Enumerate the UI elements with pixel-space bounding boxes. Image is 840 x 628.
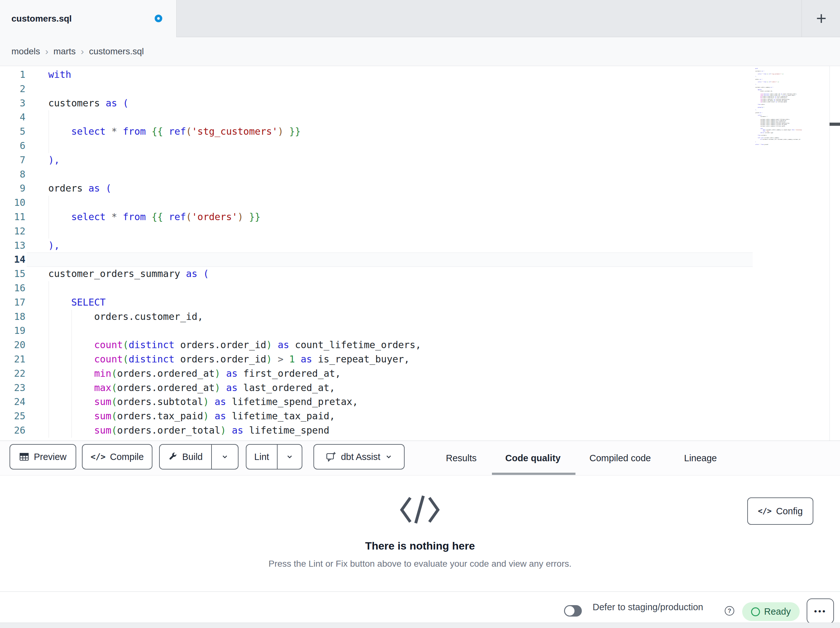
code-line-content: sum(orders.tax_paid) as lifetime_tax_pai… (48, 409, 840, 424)
code-line[interactable]: 22 min(orders.ordered_at) as first_order… (0, 367, 840, 381)
line-number: 16 (0, 281, 25, 296)
breadcrumb-item-models[interactable]: models (11, 46, 40, 57)
code-line[interactable]: 3customers as ( (0, 96, 840, 111)
breadcrumb-item-file[interactable]: customers.sql (89, 46, 144, 57)
line-number: 4 (0, 110, 25, 125)
code-line[interactable]: 24 sum(orders.subtotal) as lifetime_spen… (0, 395, 840, 409)
code-line[interactable]: 9orders as ( (0, 181, 840, 196)
code-icon: </> (90, 452, 106, 462)
compile-button[interactable]: </> Compile (82, 444, 152, 470)
code-line[interactable]: 4 (0, 110, 840, 125)
build-label: Build (182, 452, 203, 462)
empty-state-title: There is nothing here (0, 540, 840, 552)
chevron-down-icon (385, 453, 393, 460)
line-number: 20 (0, 338, 25, 352)
code-quality-panel: There is nothing here Press the Lint or … (0, 476, 840, 592)
status-bar (0, 592, 840, 623)
code-line[interactable]: 25 sum(orders.tax_paid) as lifetime_tax_… (0, 409, 840, 424)
tab-customers-sql[interactable]: customers.sql (0, 0, 177, 37)
code-lines: 1with23customers as (45 select * from {{… (0, 68, 840, 438)
code-line[interactable]: 19 (0, 324, 840, 338)
code-line[interactable]: 23 max(orders.ordered_at) as last_ordere… (0, 381, 840, 395)
code-line[interactable]: 20 count(distinct orders.order_id) as co… (0, 338, 840, 352)
help-icon[interactable]: ? (725, 606, 734, 615)
build-split-button: Build (159, 444, 238, 470)
panel-tab-results[interactable]: Results (446, 441, 477, 475)
line-number: 1 (0, 68, 25, 82)
active-tab-underline (492, 473, 575, 475)
code-line[interactable]: 1with (0, 68, 840, 82)
bottom-strip (0, 623, 840, 628)
code-line-content: ), (48, 153, 840, 168)
code-line-content: orders as ( (48, 181, 840, 196)
line-number: 6 (0, 139, 25, 153)
line-number: 7 (0, 153, 25, 168)
preview-button[interactable]: Preview (9, 444, 76, 470)
tab-bar: customers.sql + (0, 0, 840, 37)
breadcrumb-bar: models › marts › customers.sql (0, 37, 840, 66)
code-line[interactable]: 16 (0, 281, 840, 296)
code-line[interactable]: 2 (0, 82, 840, 96)
code-line[interactable]: 12 (0, 224, 840, 239)
lint-dropdown-button[interactable] (277, 445, 302, 469)
code-line[interactable]: 10 (0, 196, 840, 210)
code-line[interactable]: 13), (0, 239, 840, 253)
unsaved-indicator-icon (155, 14, 162, 22)
panel-tab-lineage[interactable]: Lineage (684, 441, 717, 475)
code-line[interactable]: 6 (0, 139, 840, 153)
table-icon (19, 452, 29, 462)
code-line-content: ), (48, 239, 840, 253)
more-options-button[interactable]: ••• (807, 598, 834, 624)
config-button[interactable]: </> Config (747, 497, 813, 525)
line-number: 15 (0, 267, 25, 281)
ready-circle-icon (751, 607, 760, 616)
code-line-content: max(orders.ordered_at) as last_ordered_a… (48, 381, 840, 395)
code-line[interactable]: 11 select * from {{ ref('orders') }} (0, 210, 840, 224)
line-number: 9 (0, 181, 25, 196)
code-line[interactable]: 15customer_orders_summary as ( (0, 267, 840, 281)
line-number: 14 (0, 253, 25, 267)
breadcrumb-separator: › (81, 46, 84, 57)
code-line[interactable]: 8 (0, 168, 840, 182)
line-number: 23 (0, 381, 25, 395)
code-line[interactable]: 21 count(distinct orders.order_id) > 1 a… (0, 352, 840, 367)
breadcrumb: models › marts › customers.sql (11, 37, 144, 66)
code-line[interactable]: 26 sum(orders.order_total) as lifetime_s… (0, 424, 840, 438)
line-number: 22 (0, 367, 25, 381)
code-editor[interactable]: 1with23customers as (45 select * from {{… (0, 66, 840, 441)
new-tab-button[interactable]: + (812, 8, 830, 28)
line-number: 13 (0, 239, 25, 253)
code-line-content: customers as ( (48, 96, 840, 111)
build-dropdown-button[interactable] (211, 445, 238, 469)
compile-label: Compile (110, 452, 144, 462)
line-number: 10 (0, 196, 25, 210)
code-line[interactable]: 5 select * from {{ ref('stg_customers') … (0, 125, 840, 139)
build-button[interactable]: Build (160, 445, 211, 469)
line-number: 11 (0, 210, 25, 224)
panel-tab-compiled-code[interactable]: Compiled code (589, 441, 651, 475)
line-number: 19 (0, 324, 25, 338)
code-line[interactable]: 17 SELECT (0, 296, 840, 310)
config-label: Config (776, 506, 803, 517)
code-icon: </> (758, 507, 771, 516)
chevron-down-icon (286, 453, 294, 460)
lint-button[interactable]: Lint (246, 445, 277, 469)
lint-split-button: Lint (246, 444, 302, 470)
code-line[interactable]: 7), (0, 153, 840, 168)
line-number: 5 (0, 125, 25, 139)
chevron-down-icon (221, 453, 229, 460)
line-number: 12 (0, 224, 25, 239)
breadcrumb-item-marts[interactable]: marts (53, 46, 76, 57)
defer-toggle[interactable] (564, 605, 582, 617)
code-line-content: sum(orders.subtotal) as lifetime_spend_p… (48, 395, 840, 409)
empty-state-message: Press the Lint or Fix button above to ev… (0, 559, 840, 569)
status-badge[interactable]: Ready (742, 602, 800, 621)
line-number: 18 (0, 310, 25, 324)
breadcrumb-separator: › (45, 46, 48, 57)
dbt-assist-button[interactable]: dbt Assist (313, 444, 404, 470)
panel-tab-code-quality[interactable]: Code quality (505, 441, 561, 475)
code-line-content: customer_orders_summary as ( (48, 267, 840, 281)
code-line[interactable]: 18 orders.customer_id, (0, 310, 840, 324)
code-line-content: min(orders.ordered_at) as first_ordered_… (48, 367, 840, 381)
code-line[interactable]: 14 (0, 253, 840, 267)
